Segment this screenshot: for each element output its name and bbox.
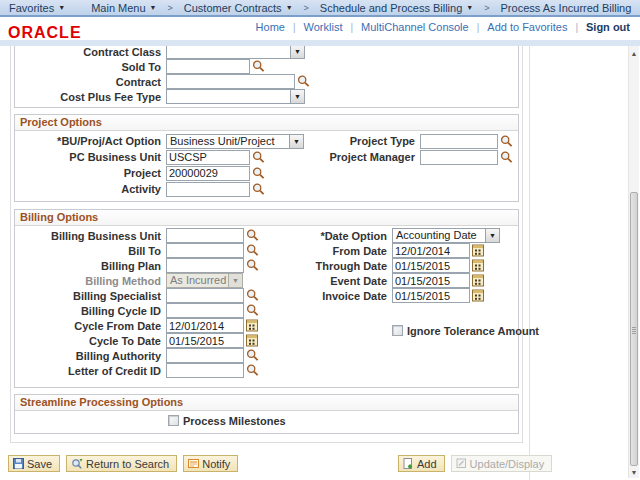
breadcrumb-schedule-process-billing[interactable]: Schedule and Process Billing ▼ — [311, 0, 482, 15]
date-option-select[interactable]: Accounting Date ▼ — [392, 228, 500, 243]
breadcrumb: Favorites ▼ Main Menu ▼ > Customer Contr… — [0, 0, 640, 17]
billing-cycle-id-label: Billing Cycle ID — [15, 305, 164, 317]
divider: | — [350, 22, 353, 33]
bu-proj-act-option-select[interactable]: Business Unit/Project ▼ — [166, 134, 304, 149]
chevron-down-icon[interactable]: ▼ — [290, 46, 304, 58]
return-to-search-label: Return to Search — [86, 458, 169, 470]
lookup-icon[interactable] — [500, 135, 513, 148]
through-date-label: Through Date — [311, 260, 390, 272]
from-date-input[interactable] — [392, 243, 470, 258]
divider: | — [293, 22, 296, 33]
lookup-icon[interactable] — [246, 229, 259, 242]
calendar-icon[interactable] — [472, 289, 484, 302]
ignore-tolerance-checkbox[interactable] — [392, 325, 403, 336]
chevron-down-icon[interactable]: ▼ — [290, 90, 304, 103]
letter-of-credit-id-input[interactable] — [166, 363, 244, 378]
lookup-icon[interactable] — [252, 167, 265, 180]
bu-proj-act-option-value: Business Unit/Project — [167, 135, 289, 148]
project-type-input[interactable] — [420, 134, 498, 149]
scroll-up-icon[interactable]: ▲ — [629, 50, 639, 57]
breadcrumb-separator: > — [166, 3, 175, 13]
project-input[interactable] — [166, 166, 250, 181]
lookup-icon[interactable] — [246, 349, 259, 362]
contract-class-select[interactable]: ▼ — [166, 46, 305, 59]
pc-business-unit-input[interactable] — [166, 150, 250, 165]
cycle-to-date-input[interactable] — [166, 333, 244, 348]
process-milestones-checkbox[interactable] — [168, 415, 179, 426]
breadcrumb-label: Process As Incurred Billing — [501, 2, 632, 14]
add-button[interactable]: Add — [398, 455, 445, 472]
calendar-icon[interactable] — [472, 274, 484, 287]
calendar-icon[interactable] — [472, 259, 484, 272]
worklist-link[interactable]: Worklist — [304, 21, 343, 33]
notify-button[interactable]: Notify — [183, 455, 238, 472]
cost-plus-fee-type-label: Cost Plus Fee Type — [15, 91, 164, 103]
chevron-down-icon[interactable]: ▼ — [289, 135, 303, 148]
letter-of-credit-id-label: Letter of Credit ID — [15, 365, 164, 377]
lookup-icon[interactable] — [252, 151, 265, 164]
lookup-icon[interactable] — [252, 183, 265, 196]
update-display-button: Update/Display — [451, 455, 553, 472]
menu-main-menu[interactable]: Main Menu ▼ — [82, 0, 165, 15]
add-label: Add — [417, 458, 437, 470]
home-link[interactable]: Home — [256, 21, 285, 33]
event-date-label: Event Date — [311, 275, 390, 287]
billing-plan-label: Billing Plan — [15, 260, 164, 272]
billing-authority-input[interactable] — [166, 348, 244, 363]
breadcrumb-customer-contracts[interactable]: Customer Contracts ▼ — [175, 0, 302, 15]
contract-group: Contract Class ▼ Sold To Contract Cost P… — [14, 46, 519, 108]
bill-to-input[interactable] — [166, 243, 244, 258]
chevron-down-icon[interactable]: ▼ — [485, 229, 499, 242]
cost-plus-fee-type-value — [167, 90, 290, 103]
calendar-icon[interactable] — [246, 334, 258, 347]
chevron-down-icon: ▼ — [58, 4, 65, 11]
chevron-down-icon: ▼ — [228, 274, 242, 287]
scrollbar-thumb[interactable] — [630, 192, 638, 466]
billing-business-unit-input[interactable] — [166, 228, 244, 243]
lookup-icon[interactable] — [246, 364, 259, 377]
calendar-icon[interactable] — [472, 244, 484, 257]
cycle-from-date-input[interactable] — [166, 318, 244, 333]
billing-specialist-label: Billing Specialist — [15, 290, 164, 302]
lookup-icon[interactable] — [297, 75, 310, 88]
scroll-down-icon[interactable]: ▼ — [629, 469, 639, 476]
billing-specialist-input[interactable] — [166, 288, 244, 303]
event-date-input[interactable] — [392, 273, 470, 288]
contract-input[interactable] — [166, 74, 295, 89]
contract-class-label: Contract Class — [15, 46, 164, 58]
sold-to-input[interactable] — [166, 59, 250, 74]
sign-out-link[interactable]: Sign out — [586, 21, 630, 33]
menu-favorites[interactable]: Favorites ▼ — [0, 0, 74, 15]
return-to-search-button[interactable]: Return to Search — [66, 455, 177, 472]
date-option-value: Accounting Date — [393, 229, 485, 242]
through-date-input[interactable] — [392, 258, 470, 273]
breadcrumb-separator: > — [302, 3, 311, 13]
contract-label: Contract — [15, 76, 164, 88]
lookup-icon[interactable] — [500, 151, 513, 164]
calendar-icon[interactable] — [246, 319, 258, 332]
lookup-icon[interactable] — [246, 259, 259, 272]
vertical-scrollbar[interactable]: ▲ ▼ — [628, 46, 639, 478]
billing-plan-input[interactable] — [166, 258, 244, 273]
add-to-favorites-link[interactable]: Add to Favorites — [487, 21, 567, 33]
activity-input[interactable] — [166, 182, 250, 197]
save-button[interactable]: Save — [8, 455, 60, 472]
add-icon — [403, 458, 414, 470]
billing-method-label: Billing Method — [15, 275, 164, 287]
cost-plus-fee-type-select[interactable]: ▼ — [166, 89, 305, 104]
invoice-date-input[interactable] — [392, 288, 470, 303]
lookup-icon[interactable] — [246, 244, 259, 257]
billing-cycle-id-input[interactable] — [166, 303, 244, 318]
date-option-label: *Date Option — [311, 230, 390, 242]
lookup-icon[interactable] — [246, 289, 259, 302]
multichannel-console-link[interactable]: MultiChannel Console — [361, 21, 469, 33]
lookup-icon[interactable] — [246, 304, 259, 317]
pc-business-unit-label: PC Business Unit — [15, 151, 164, 163]
project-manager-input[interactable] — [420, 150, 498, 165]
billing-options-title: Billing Options — [15, 210, 518, 226]
activity-label: Activity — [15, 183, 164, 195]
lookup-icon[interactable] — [252, 60, 265, 73]
project-options-section: Project Options *BU/Proj/Act Option Busi… — [14, 114, 519, 202]
save-icon — [13, 458, 24, 469]
streamline-section: Streamline Processing Options Process Mi… — [14, 394, 519, 434]
